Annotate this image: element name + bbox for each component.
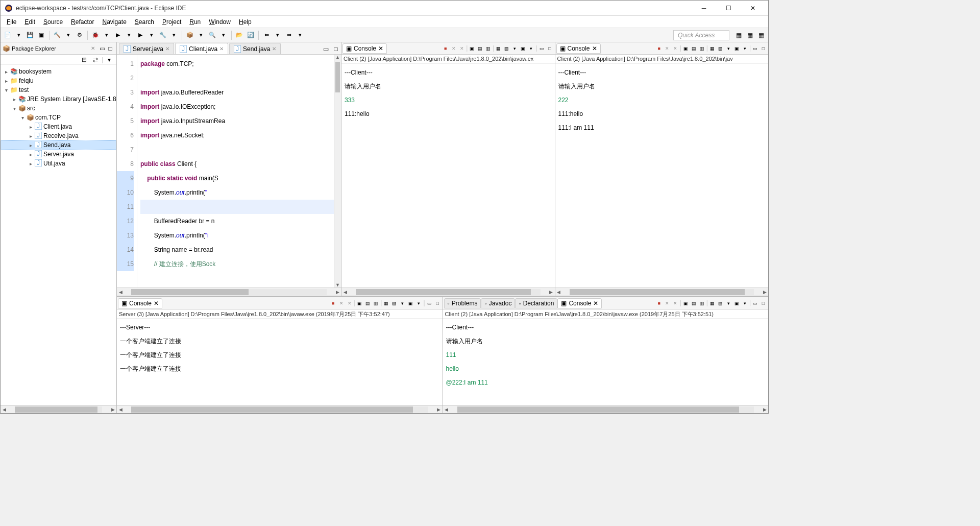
console-tool-button[interactable]: ▥ [484, 44, 492, 52]
console-tool-button[interactable]: ✕ [458, 44, 465, 52]
console-tool-button[interactable]: ▣ [407, 299, 414, 307]
tab-close-icon[interactable]: ✕ [165, 46, 169, 52]
java-perspective-button[interactable]: ▦ [745, 30, 755, 40]
view-tab[interactable]: ▫Javadoc [481, 298, 515, 308]
console-tool-button[interactable]: ▣ [356, 299, 363, 307]
console-tool-button[interactable]: ▭ [751, 299, 759, 307]
maximize-view-button[interactable]: □ [106, 44, 114, 53]
tree-twisty[interactable]: ▾ [19, 115, 26, 121]
toolbar-button[interactable]: ▾ [273, 30, 283, 40]
editor-max-button[interactable]: □ [331, 44, 341, 54]
console-tool-button[interactable]: ▾ [511, 44, 519, 52]
pkg-close-icon[interactable]: ✕ [91, 45, 95, 51]
tree-item[interactable]: ▸📚booksystem [1, 67, 116, 76]
console-tool-button[interactable]: ▾ [399, 299, 406, 307]
toolbar-button[interactable]: ⚙ [75, 30, 85, 40]
console-hscroll[interactable]: ◀▶ [341, 288, 555, 296]
tab-close-icon[interactable]: ✕ [219, 46, 224, 52]
toolbar-button[interactable]: ▾ [196, 30, 206, 40]
toolbar-button[interactable]: 📦 [185, 30, 195, 40]
toolbar-button[interactable]: ▾ [124, 30, 134, 40]
toolbar-button[interactable]: ▣ [36, 30, 46, 40]
pkg-hscroll[interactable]: ◀▶ [1, 405, 116, 413]
tree-item[interactable]: ▾📦com.TCP [1, 113, 116, 122]
code-area[interactable]: package com.TCP; import java.io.Buffered… [137, 55, 341, 288]
tree-twisty[interactable]: ▸ [27, 152, 34, 157]
tree-item[interactable]: ▸JServer.java [1, 150, 116, 159]
console-tool-button[interactable]: ▣ [519, 44, 527, 52]
toolbar-button[interactable]: 📂 [234, 30, 244, 40]
console-tool-button[interactable]: ■ [655, 44, 663, 52]
minimize-view-button[interactable]: ▭ [98, 44, 106, 53]
console-tool-button[interactable]: ▣ [682, 299, 690, 307]
menu-window[interactable]: Window [205, 17, 235, 27]
menu-search[interactable]: Search [131, 17, 158, 27]
editor-body[interactable]: 123456789101112131415 package com.TCP; i… [117, 55, 341, 288]
console-tool-button[interactable]: ▧ [717, 44, 724, 52]
toolbar-button[interactable]: ⬅ [261, 30, 272, 40]
tree-twisty[interactable]: ▸ [27, 124, 34, 130]
console-tool-button[interactable]: ▧ [390, 299, 398, 307]
tab-close-icon[interactable]: ✕ [378, 45, 383, 52]
toolbar-button[interactable]: ▾ [295, 30, 305, 40]
tree-item[interactable]: ▸📁feiqiu [1, 76, 116, 85]
tree-twisty[interactable]: ▾ [11, 106, 18, 111]
view-tab[interactable]: ▫Declaration [515, 298, 557, 308]
tree-twisty[interactable]: ▸ [27, 142, 34, 148]
tree-item[interactable]: ▸JReceive.java [1, 131, 116, 140]
quick-access-input[interactable]: Quick Access [673, 30, 729, 40]
console-output[interactable]: ---Client---请输入用户名333111:hello [341, 64, 555, 288]
tree-item[interactable]: ▸📚JRE System Library [JavaSE-1.8 [1, 94, 116, 104]
console-tab[interactable]: ▣Console ✕ [118, 298, 162, 308]
tree-item[interactable]: ▸JSend.java [1, 140, 116, 150]
toolbar-button[interactable]: ▾ [218, 30, 229, 40]
link-editor-button[interactable]: ⇄ [90, 55, 101, 65]
console-hscroll[interactable]: ◀▶ [555, 288, 769, 296]
editor-tab[interactable]: JServer.java✕ [119, 43, 174, 54]
console-tool-button[interactable]: ▾ [527, 44, 535, 52]
console-tool-button[interactable]: ▤ [476, 44, 484, 52]
console-tool-button[interactable]: ▦ [708, 44, 716, 52]
console-tab[interactable]: ▣Console ✕ [556, 43, 601, 54]
tab-close-icon[interactable]: ✕ [154, 300, 159, 307]
tree-twisty[interactable]: ▸ [11, 97, 18, 102]
view-tab[interactable]: ▫Problems [444, 298, 481, 308]
menu-project[interactable]: Project [158, 17, 185, 27]
menu-edit[interactable]: Edit [20, 17, 39, 27]
console-tool-button[interactable]: ■ [329, 299, 337, 307]
tab-close-icon[interactable]: ✕ [272, 46, 276, 52]
tree-twisty[interactable]: ▸ [3, 69, 10, 75]
console-tool-button[interactable]: ✕ [337, 299, 345, 307]
console-output[interactable]: ---Client---请输入用户名222111:hello111:I am 1… [555, 64, 769, 288]
tree-twisty[interactable]: ▸ [27, 133, 34, 139]
console-tool-button[interactable]: ▤ [690, 299, 698, 307]
console-tool-button[interactable]: ✕ [346, 299, 353, 307]
console-tool-button[interactable]: ▤ [690, 44, 698, 52]
console-tool-button[interactable]: ▣ [682, 44, 690, 52]
tab-close-icon[interactable]: ✕ [593, 300, 598, 307]
console-tab[interactable]: ▣Console ✕ [342, 43, 387, 54]
collapse-all-button[interactable]: ⊟ [79, 55, 89, 65]
editor-vscroll[interactable]: ▲ ▼ [334, 55, 341, 288]
console-tool-button[interactable]: ▥ [698, 299, 706, 307]
tree-item[interactable]: ▾📦src [1, 104, 116, 113]
toolbar-button[interactable]: 📄 [3, 30, 13, 40]
menu-help[interactable]: Help [235, 17, 256, 27]
console-tool-button[interactable]: ▥ [372, 299, 380, 307]
console-output[interactable]: ---Server---一个客户端建立了连接一个客户端建立了连接一个客户端建立了… [117, 319, 443, 405]
console-tool-button[interactable]: ▧ [717, 299, 724, 307]
toolbar-button[interactable]: ▶ [113, 30, 123, 40]
console-tool-button[interactable]: ▦ [382, 299, 390, 307]
tab-close-icon[interactable]: ✕ [592, 45, 597, 52]
console-tool-button[interactable]: ▾ [741, 44, 749, 52]
console-tool-button[interactable]: ▾ [725, 299, 732, 307]
console-tool-button[interactable]: □ [760, 44, 767, 52]
console-tool-button[interactable]: ▭ [426, 299, 433, 307]
console-tab[interactable]: ▣Console ✕ [557, 298, 602, 308]
console-tool-button[interactable]: ▾ [725, 44, 732, 52]
tree-twisty[interactable]: ▾ [3, 87, 10, 93]
console-tool-button[interactable]: ▤ [364, 299, 372, 307]
menu-refactor[interactable]: Refactor [67, 17, 98, 27]
console-tool-button[interactable]: ▦ [495, 44, 502, 52]
maximize-button[interactable]: ☐ [717, 1, 740, 15]
